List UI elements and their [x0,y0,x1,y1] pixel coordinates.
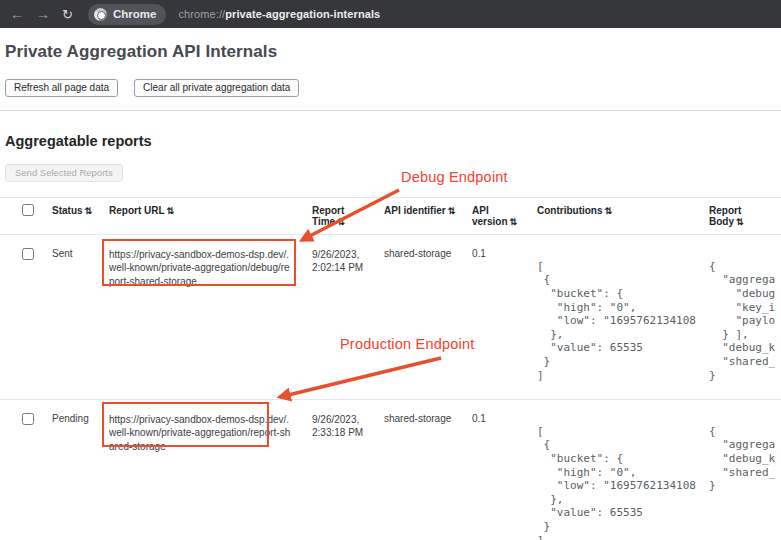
page-content: Private Aggregation API Internals Refres… [0,28,781,540]
api-identifier-cell: shared-storage [378,399,466,540]
table-header-row: Status⇅ Report URL⇅ Report Time⇅ API ide… [0,197,781,234]
url-scheme: chrome:// [178,8,225,20]
contributions-cell: [ { "bucket": { "high": "0", "low": "169… [531,399,703,540]
report-url-cell: https://privacy-sandbox-demos-dsp.dev/.w… [103,399,306,540]
column-header-report-url[interactable]: Report URL⇅ [103,197,306,234]
report-body-cell: { "aggregation "debug_key": "shared_info… [703,399,781,540]
sort-icon: ⇅ [85,206,93,216]
api-version-cell: 0.1 [466,234,531,399]
column-header-report-body[interactable]: Report Body⇅ [703,197,781,234]
status-cell: Pending [46,399,103,540]
table-row: Sent https://privacy-sandbox-demos-dsp.d… [0,234,781,399]
contributions-json: [ { "bucket": { "high": "0", "low": "169… [537,425,697,540]
chrome-app-label: Chrome [113,8,156,20]
reload-icon[interactable]: ↻ [62,8,88,21]
browser-toolbar: ← → ↻ Chrome chrome://private-aggregatio… [0,0,781,28]
report-time-cell: 9/26/2023, 2:33:18 PM [306,399,378,540]
page-title: Private Aggregation API Internals [5,42,781,62]
column-header-api-identifier[interactable]: API identifier⇅ [378,197,466,234]
column-header-contributions[interactable]: Contributions⇅ [531,197,703,234]
chrome-app-chip[interactable]: Chrome [88,4,166,25]
section-divider [0,110,781,111]
aggregatable-reports-heading: Aggregatable reports [5,133,781,149]
address-bar[interactable]: chrome://private-aggregation-internals [178,8,380,20]
report-body-json: { "aggregation "debug_cle "key_id": "pay… [709,260,775,382]
send-selected-reports-button[interactable]: Send Selected Reports [5,164,123,182]
report-url-cell: https://privacy-sandbox-demos-dsp.dev/.w… [103,234,306,399]
page-actions: Refresh all page data Clear all private … [5,79,781,97]
sort-icon: ⇅ [337,217,345,227]
sort-icon: ⇅ [448,206,456,216]
status-cell: Sent [46,234,103,399]
select-all-checkbox[interactable] [22,204,34,216]
column-header-report-time[interactable]: Report Time⇅ [306,197,378,234]
sort-icon: ⇅ [167,206,175,216]
report-body-cell: { "aggregation "debug_cle "key_id": "pay… [703,234,781,399]
row-select-checkbox[interactable] [22,413,34,425]
contributions-json: [ { "bucket": { "high": "0", "low": "169… [537,260,697,382]
report-time-cell: 9/26/2023, 2:02:14 PM [306,234,378,399]
refresh-all-button[interactable]: Refresh all page data [5,79,118,97]
api-identifier-cell: shared-storage [378,234,466,399]
api-version-cell: 0.1 [466,399,531,540]
back-icon[interactable]: ← [10,7,36,21]
report-body-json: { "aggregation "debug_key": "shared_info… [709,425,775,493]
sort-icon: ⇅ [736,217,744,227]
sort-icon: ⇅ [605,206,613,216]
chrome-logo-icon [94,8,107,21]
sort-icon: ⇅ [510,217,518,227]
column-header-api-version[interactable]: API version⇅ [466,197,531,234]
table-row: Pending https://privacy-sandbox-demos-ds… [0,399,781,540]
url-host: private-aggregation-internals [225,8,380,20]
forward-icon[interactable]: → [36,7,62,21]
contributions-cell: [ { "bucket": { "high": "0", "low": "169… [531,234,703,399]
row-select-checkbox[interactable] [22,248,34,260]
column-header-status[interactable]: Status⇅ [46,197,103,234]
reports-table: Status⇅ Report URL⇅ Report Time⇅ API ide… [0,197,781,540]
clear-data-button[interactable]: Clear all private aggregation data [134,79,299,97]
